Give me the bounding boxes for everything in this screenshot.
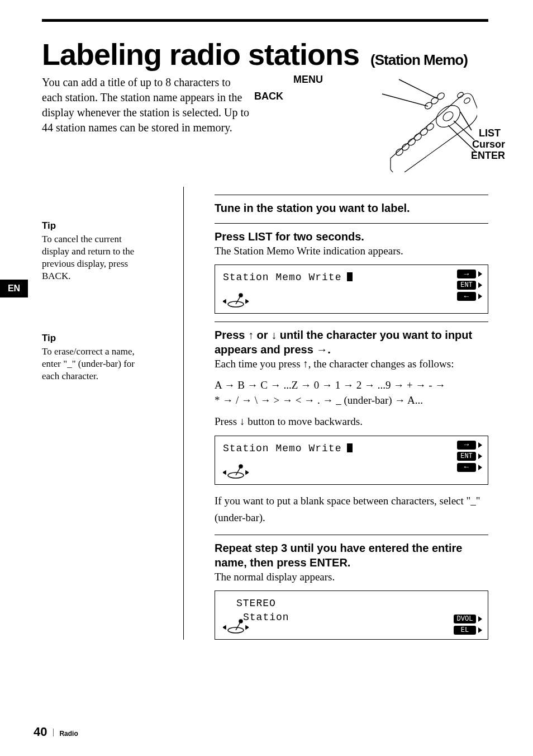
svg-point-4 — [436, 91, 445, 100]
tip-text: To erase/correct a name, enter "_" (unde… — [42, 346, 151, 382]
remote-label-cursor: Cursor — [472, 139, 505, 150]
svg-marker-31 — [246, 471, 249, 474]
tip-head: Tip — [42, 333, 151, 344]
step4-head: Repeat step 3 until you have entered the… — [215, 541, 488, 570]
lcd-display: Station Memo Write → ENT ← — [215, 264, 488, 314]
triangle-icon — [478, 282, 482, 288]
svg-point-34 — [239, 620, 242, 623]
triangle-icon — [478, 627, 482, 633]
step-rule — [215, 195, 488, 195]
lcd-text: Station Memo Write — [223, 271, 481, 284]
remote-label-menu: MENU — [293, 74, 323, 86]
svg-line-13 — [399, 79, 437, 98]
page-number: 40 — [34, 725, 47, 739]
footer-divider — [53, 729, 54, 736]
pill-label: ENT — [460, 452, 473, 461]
intro-text: You can add a title of up to 8 character… — [42, 75, 251, 176]
svg-point-20 — [239, 294, 242, 297]
svg-line-33 — [236, 622, 240, 630]
pill-label: → — [464, 440, 469, 450]
language-tab: EN — [0, 280, 28, 297]
pill-label: ENT — [460, 281, 473, 290]
svg-marker-29 — [223, 471, 226, 474]
lcd-text: STEREO — [223, 597, 481, 610]
pill-label: ← — [464, 291, 469, 302]
svg-line-26 — [236, 467, 240, 475]
t: Press — [215, 329, 248, 341]
vertical-divider — [183, 187, 184, 640]
page-footer: 40 Radio — [34, 725, 78, 739]
step-rule — [215, 223, 488, 224]
seq-line: A → B → C → ...Z → 0 → 1 → 2 → ...9 → + … — [215, 378, 488, 393]
lcd-text: Station Memo Write — [223, 442, 481, 455]
up-arrow-icon: ↑ — [248, 329, 254, 341]
lcd-display: STEREO Station DVOL EL — [215, 590, 488, 640]
triangle-icon — [478, 294, 482, 299]
step-rule — [215, 535, 488, 535]
triangle-icon — [478, 442, 482, 448]
lcd-soft-buttons: → ENT ← — [457, 441, 482, 472]
remote-label-back: BACK — [254, 91, 283, 102]
lcd-display: Station Memo Write → ENT ← — [215, 436, 488, 485]
remote-label-enter: ENTER — [471, 150, 505, 162]
sidebar: Tip To cancel the current display and re… — [31, 187, 151, 640]
t: Press — [215, 415, 240, 427]
lcd-text: Station — [223, 611, 481, 624]
step4-body: The normal display appears. — [215, 570, 488, 584]
svg-marker-36 — [223, 626, 226, 629]
step1-head: Tune in the station you want to label. — [215, 201, 488, 215]
pill-label: → — [464, 269, 469, 280]
step3-after: If you want to put a blank space between… — [215, 493, 488, 527]
joystick-icon — [223, 463, 249, 480]
page-title: Labeling radio stations (Station Memo) — [42, 39, 488, 70]
step3-body2: Press ↓ button to move backwards. — [215, 414, 488, 429]
pill-label: ← — [464, 462, 469, 472]
right-arrow-icon: → — [316, 343, 327, 356]
svg-marker-38 — [246, 626, 249, 629]
triangle-icon — [478, 271, 482, 277]
svg-line-19 — [236, 296, 240, 304]
tip-text: To cancel the current display and return… — [42, 233, 151, 282]
top-rule — [42, 19, 488, 22]
remote-diagram: MENU BACK LIST Cursor ENTER — [251, 75, 488, 176]
svg-marker-24 — [246, 300, 249, 303]
step2-body: The Station Memo Write indication appear… — [215, 244, 488, 258]
pill-label: EL — [461, 626, 469, 635]
svg-line-14 — [382, 94, 428, 106]
remote-illustration — [365, 72, 477, 172]
joystick-icon — [223, 292, 249, 309]
t: , the character changes as follows: — [308, 358, 454, 370]
step-rule — [215, 322, 488, 322]
step2-head: Press LIST for two seconds. — [215, 229, 488, 244]
char-sequence: A → B → C → ...Z → 0 → 1 → 2 → ...9 → + … — [215, 378, 488, 408]
step3-body: Each time you press ↑, the character cha… — [215, 357, 488, 371]
main-steps: Tune in the station you want to label. P… — [215, 187, 488, 640]
seq-line: * → / → \ → > → < → . → _ (under-bar) → … — [215, 393, 488, 408]
triangle-icon — [478, 453, 482, 459]
title-sub: (Station Memo) — [370, 51, 468, 68]
svg-point-27 — [239, 465, 242, 468]
joystick-icon — [223, 618, 249, 635]
tip-head: Tip — [42, 220, 151, 231]
section-label: Radio — [59, 730, 78, 738]
t: button to move backwards. — [245, 415, 363, 427]
down-arrow-icon: ↓ — [271, 329, 277, 341]
remote-label-list: LIST — [479, 127, 501, 139]
svg-marker-22 — [223, 300, 226, 303]
down-arrow-icon: ↓ — [240, 415, 245, 427]
t: Each time you press — [215, 358, 303, 370]
title-main: Labeling radio stations — [42, 37, 359, 71]
triangle-icon — [478, 616, 482, 622]
triangle-icon — [478, 465, 482, 470]
pill-label: DVOL — [457, 615, 473, 623]
step3-head: Press ↑ or ↓ until the character you wan… — [215, 328, 488, 357]
t: . — [327, 343, 331, 356]
lcd-soft-buttons: → ENT ← — [457, 270, 482, 301]
lcd-soft-buttons: DVOL EL — [454, 615, 482, 635]
t: or — [254, 329, 271, 341]
up-arrow-icon: ↑ — [303, 358, 308, 370]
